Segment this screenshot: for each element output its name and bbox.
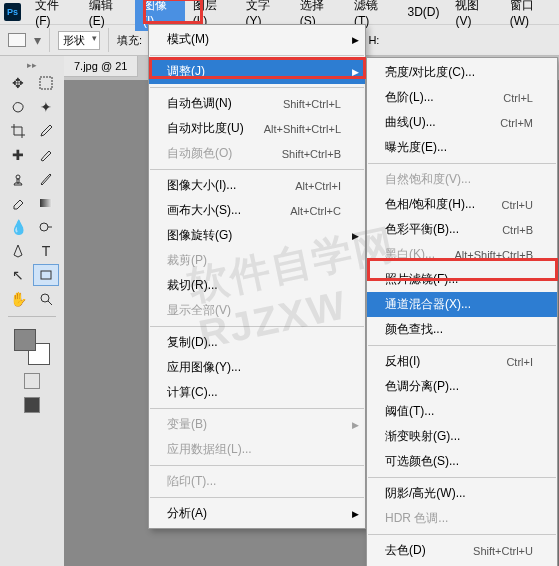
adj-brightness[interactable]: 亮度/对比度(C)... [367,60,557,85]
image-menu-dropdown: 模式(M)▶ 调整(J)▶ 自动色调(N)Shift+Ctrl+L 自动对比度(… [148,24,366,529]
color-swatches[interactable] [14,329,50,365]
eyedropper-tool[interactable] [33,120,59,142]
pen-tool[interactable] [5,240,31,262]
menu-analysis[interactable]: 分析(A)▶ [149,501,365,526]
menu-auto-tone[interactable]: 自动色调(N)Shift+Ctrl+L [149,91,365,116]
adj-channel-mixer[interactable]: 通道混合器(X)... [367,292,557,317]
brush-tool[interactable] [33,144,59,166]
dodge-tool[interactable] [33,216,59,238]
tools-panel: ▸▸ ✥ ✦ ✚ 💧 T [0,56,64,566]
marquee-tool[interactable] [33,72,59,94]
adj-vibrance[interactable]: 自然饱和度(V)... [367,167,557,192]
menu-duplicate[interactable]: 复制(D)... [149,330,365,355]
menu-auto-color[interactable]: 自动颜色(O)Shift+Ctrl+B [149,141,365,166]
adj-curves[interactable]: 曲线(U)...Ctrl+M [367,110,557,135]
menu-trim[interactable]: 裁切(R)... [149,273,365,298]
svg-point-2 [40,223,48,231]
zoom-tool[interactable] [33,288,59,310]
tool-preset-icon[interactable] [8,33,26,47]
foreground-color[interactable] [14,329,36,351]
adj-selective-color[interactable]: 可选颜色(S)... [367,449,557,474]
menu-canvas-size[interactable]: 画布大小(S)...Alt+Ctrl+C [149,198,365,223]
type-tool[interactable]: T [33,240,59,262]
menu-mode[interactable]: 模式(M)▶ [149,27,365,52]
mode-dropdown[interactable]: 形状 [58,31,100,50]
lasso-tool[interactable] [5,96,31,118]
adj-shadows[interactable]: 阴影/高光(W)... [367,481,557,506]
menu-image-rotation[interactable]: 图像旋转(G)▶ [149,223,365,248]
adj-threshold[interactable]: 阈值(T)... [367,399,557,424]
menu-view[interactable]: 视图(V) [447,0,501,31]
menu-apply-data[interactable]: 应用数据组(L)... [149,437,365,462]
rectangle-tool[interactable] [33,264,59,286]
menu-window[interactable]: 窗口(W) [502,0,559,31]
adj-posterize[interactable]: 色调分离(P)... [367,374,557,399]
menu-image-size[interactable]: 图像大小(I)...Alt+Ctrl+I [149,173,365,198]
fill-label: 填充: [117,33,142,48]
adj-gradient-map[interactable]: 渐变映射(G)... [367,424,557,449]
svg-rect-3 [41,271,51,279]
separator [108,28,109,52]
menubar: Ps 文件(F) 编辑(E) 图像(I) 图层(L) 文字(Y) 选择(S) 滤… [0,0,559,24]
blur-tool[interactable]: 💧 [5,216,31,238]
adj-color-lookup[interactable]: 颜色查找... [367,317,557,342]
eraser-tool[interactable] [5,192,31,214]
document-tab[interactable]: 7.jpg @ 21 [64,56,138,77]
gradient-tool[interactable] [33,192,59,214]
menu-adjustments[interactable]: 调整(J)▶ [149,59,365,84]
svg-rect-1 [40,199,52,207]
adj-exposure[interactable]: 曝光度(E)... [367,135,557,160]
svg-point-4 [41,294,49,302]
adjustments-submenu: 亮度/对比度(C)... 色阶(L)...Ctrl+L 曲线(U)...Ctrl… [366,57,558,566]
app-icon: Ps [4,3,21,21]
path-select-tool[interactable]: ↖ [5,264,31,286]
menu-crop[interactable]: 裁剪(P) [149,248,365,273]
wand-tool[interactable]: ✦ [33,96,59,118]
hand-tool[interactable]: ✋ [5,288,31,310]
adj-hdr[interactable]: HDR 色调... [367,506,557,531]
separator [49,28,50,52]
menu-file[interactable]: 文件(F) [27,0,81,31]
menu-variables[interactable]: 变量(B)▶ [149,412,365,437]
menu-3d[interactable]: 3D(D) [399,2,447,22]
menu-auto-contrast[interactable]: 自动对比度(U)Alt+Shift+Ctrl+L [149,116,365,141]
menu-calculations[interactable]: 计算(C)... [149,380,365,405]
height-label: H: [368,34,379,46]
quickmask-icon[interactable] [24,373,40,389]
adj-photo-filter[interactable]: 照片滤镜(F)... [367,267,557,292]
adj-color-balance[interactable]: 色彩平衡(B)...Ctrl+B [367,217,557,242]
stamp-tool[interactable] [5,168,31,190]
adj-desaturate[interactable]: 去色(D)Shift+Ctrl+U [367,538,557,563]
adj-hue[interactable]: 色相/饱和度(H)...Ctrl+U [367,192,557,217]
move-tool[interactable]: ✥ [5,72,31,94]
adj-levels[interactable]: 色阶(L)...Ctrl+L [367,85,557,110]
adj-invert[interactable]: 反相(I)Ctrl+I [367,349,557,374]
menu-reveal-all[interactable]: 显示全部(V) [149,298,365,323]
svg-rect-0 [40,77,52,89]
chevron-down-icon[interactable]: ▾ [34,32,41,48]
adj-bw[interactable]: 黑白(K)...Alt+Shift+Ctrl+B [367,242,557,267]
screenmode-icon[interactable] [24,397,40,413]
menu-edit[interactable]: 编辑(E) [81,0,135,31]
menu-trap[interactable]: 陷印(T)... [149,469,365,494]
menu-apply-image[interactable]: 应用图像(Y)... [149,355,365,380]
heal-tool[interactable]: ✚ [5,144,31,166]
crop-tool[interactable] [5,120,31,142]
history-brush-tool[interactable] [33,168,59,190]
